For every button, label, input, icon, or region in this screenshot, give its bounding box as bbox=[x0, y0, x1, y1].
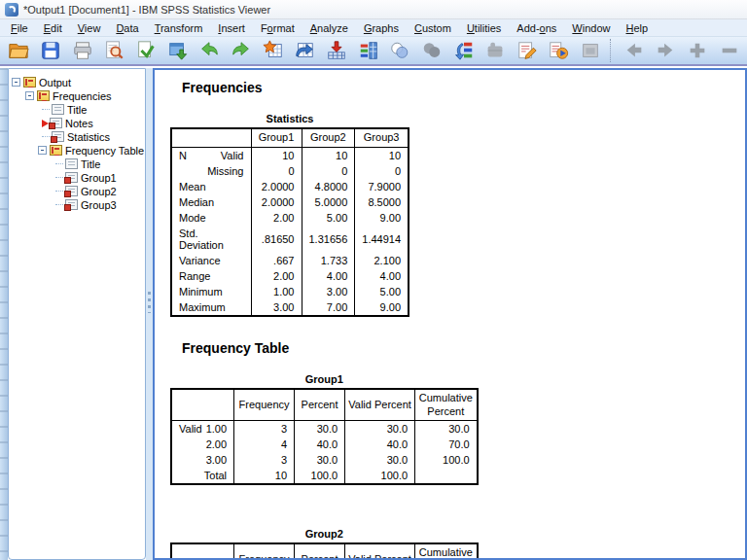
outline-pane[interactable]: Output Frequencies Title Notes Statistic… bbox=[8, 68, 146, 560]
goto-variable-button[interactable] bbox=[291, 38, 319, 63]
table-row: Mean2.00004.80007.9000 bbox=[171, 179, 409, 194]
menu-edit[interactable]: Edit bbox=[36, 20, 70, 36]
menu-format[interactable]: Format bbox=[253, 20, 302, 36]
tree-item-frequencies[interactable]: Frequencies bbox=[9, 89, 145, 102]
tree-item-title[interactable]: Title bbox=[9, 103, 145, 116]
tree-connector bbox=[55, 204, 63, 205]
redo-button[interactable] bbox=[228, 38, 256, 63]
table-title: Statistics bbox=[170, 113, 409, 124]
table-cell: 100.0 bbox=[345, 468, 415, 484]
menu-addons[interactable]: Add-ons bbox=[509, 20, 564, 36]
statistics-pivot-table[interactable]: Group1Group2Group3NValid101010Missing000… bbox=[170, 127, 409, 317]
tree-item-statistics[interactable]: Statistics bbox=[9, 130, 145, 143]
menu-transform[interactable]: Transform bbox=[147, 20, 211, 36]
row-label: 3.00 bbox=[171, 452, 234, 468]
tree-item-group1[interactable]: Group1 bbox=[9, 171, 145, 184]
goto-data-button[interactable] bbox=[323, 38, 351, 63]
output-book-icon bbox=[23, 77, 36, 88]
column-header: Frequency bbox=[234, 389, 295, 421]
select-cases-button[interactable] bbox=[386, 38, 414, 63]
menu-custom[interactable]: Custom bbox=[407, 20, 459, 36]
group2-table-slot: Group2 FrequencyPercentValid PercentCumu… bbox=[170, 510, 745, 560]
edit-script-button[interactable] bbox=[514, 38, 542, 63]
table-cell: 4.8000 bbox=[302, 179, 355, 194]
table-row: Minimum1.003.005.00 bbox=[171, 284, 409, 299]
table-cell: 1.733 bbox=[302, 253, 355, 268]
window-title: *Output1 [Document1] - IBM SPSS Statisti… bbox=[23, 4, 270, 16]
table-cell: 2.00 bbox=[251, 210, 302, 226]
title-doc-icon bbox=[52, 104, 64, 115]
title-bar: *Output1 [Document1] - IBM SPSS Statisti… bbox=[0, 0, 747, 19]
group3-table-icon bbox=[65, 199, 78, 210]
tree-connector bbox=[55, 177, 63, 178]
table-cell: 30.0 bbox=[295, 421, 345, 438]
window-edge-strip bbox=[0, 68, 8, 560]
menu-window[interactable]: Window bbox=[564, 20, 618, 36]
menu-utilities[interactable]: Utilities bbox=[459, 20, 509, 36]
table-cell: 3 bbox=[234, 452, 295, 468]
main-area: Output Frequencies Title Notes Statistic… bbox=[0, 68, 747, 560]
show-all-variables-button bbox=[481, 38, 510, 63]
tree-item-label: Title bbox=[81, 158, 100, 170]
table-cell: 10 bbox=[234, 468, 295, 484]
tree-item-label: Frequency Table bbox=[65, 145, 144, 157]
row-label: Range bbox=[171, 268, 251, 284]
column-header: Group2 bbox=[302, 128, 355, 147]
undo-button[interactable] bbox=[196, 38, 224, 63]
table-cell: 1.00 bbox=[251, 284, 302, 299]
designate-window-button bbox=[577, 38, 605, 63]
table-cell: 3.00 bbox=[302, 284, 355, 299]
tree-item-frequency-table[interactable]: Frequency Table bbox=[9, 144, 145, 157]
menu-analyze[interactable]: Analyze bbox=[302, 20, 356, 36]
tree-item-label: Frequencies bbox=[53, 90, 112, 102]
tree-item-title2[interactable]: Title bbox=[9, 158, 145, 170]
menu-view[interactable]: View bbox=[70, 20, 109, 36]
collapse-expander-icon[interactable] bbox=[25, 91, 34, 100]
use-variable-sets-button[interactable] bbox=[449, 38, 478, 63]
open-file-button[interactable] bbox=[5, 38, 33, 63]
tree-item-group2[interactable]: Group2 bbox=[9, 185, 145, 197]
tree-item-group3[interactable]: Group3 bbox=[9, 198, 145, 211]
group1-block: Group1 FrequencyPercentValid PercentCumu… bbox=[170, 373, 479, 486]
promote-output-button bbox=[684, 38, 712, 63]
goto-case-button[interactable] bbox=[259, 38, 287, 63]
table-cell: 5.0000 bbox=[302, 194, 355, 210]
table-cell: 3.00 bbox=[251, 299, 302, 316]
tree-item-label: Group1 bbox=[81, 172, 117, 184]
menubar: FileEditViewDataTransformInsertFormatAna… bbox=[0, 19, 747, 37]
row-label: 2.00 bbox=[171, 437, 234, 452]
menu-insert[interactable]: Insert bbox=[210, 20, 253, 36]
pane-splitter[interactable] bbox=[146, 68, 153, 560]
menu-graphs[interactable]: Graphs bbox=[356, 20, 407, 36]
variables-button[interactable] bbox=[354, 38, 382, 63]
next-output-button bbox=[652, 38, 680, 63]
row-label: Variance bbox=[171, 253, 251, 268]
table-cell: 0 bbox=[302, 163, 355, 179]
tree-item-notes[interactable]: Notes bbox=[9, 117, 145, 129]
table-row: Range2.004.004.00 bbox=[171, 268, 409, 284]
group1-pivot-table[interactable]: FrequencyPercentValid PercentCumulative … bbox=[170, 388, 479, 486]
menu-help[interactable]: Help bbox=[619, 20, 657, 36]
recall-dialogs-button[interactable] bbox=[163, 38, 192, 63]
output-content-pane[interactable]: Frequencies Statistics Group1Group2Group… bbox=[153, 68, 747, 560]
collapse-expander-icon[interactable] bbox=[38, 146, 47, 155]
menu-data[interactable]: Data bbox=[108, 20, 146, 36]
row-label: Valid1.00 bbox=[171, 421, 234, 438]
table-cell: 10 bbox=[251, 147, 302, 163]
export-output-button[interactable] bbox=[132, 38, 160, 63]
menu-file[interactable]: File bbox=[3, 20, 36, 36]
table-row: Std. Deviation.816501.316561.44914 bbox=[171, 226, 409, 253]
table-cell: 3 bbox=[234, 421, 295, 438]
print-button[interactable] bbox=[68, 38, 96, 63]
run-script-button[interactable] bbox=[545, 38, 573, 63]
tree-item-output[interactable]: Output bbox=[9, 76, 145, 88]
collapse-expander-icon[interactable] bbox=[12, 78, 20, 87]
tree-item-label: Statistics bbox=[67, 131, 110, 143]
group1-table-icon bbox=[65, 172, 78, 183]
table-row: Valid1.00330.030.030.0 bbox=[171, 421, 478, 438]
save-file-button[interactable] bbox=[37, 38, 65, 63]
table-cell: 4 bbox=[234, 437, 295, 452]
print-preview-button[interactable] bbox=[100, 38, 128, 63]
group2-pivot-table[interactable]: FrequencyPercentValid PercentCumulative … bbox=[170, 542, 479, 560]
row-label: Maximum bbox=[171, 299, 251, 316]
